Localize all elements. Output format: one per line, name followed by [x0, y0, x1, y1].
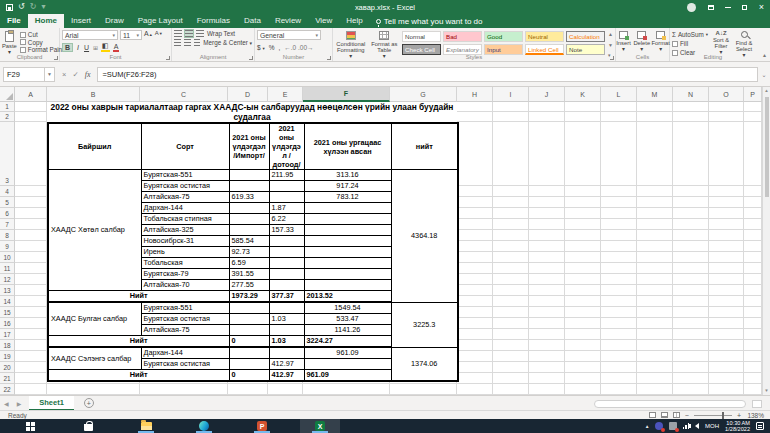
- cell-style-normal[interactable]: Normal: [402, 31, 441, 42]
- horizontal-scrollbar[interactable]: [594, 400, 746, 408]
- variety-cell[interactable]: Бурятская остистая: [141, 314, 229, 325]
- comma-style-button[interactable]: ,: [278, 44, 280, 51]
- notification-badge-icon[interactable]: [669, 422, 677, 430]
- header-location[interactable]: Байршил: [48, 123, 141, 170]
- subtotal-value[interactable]: 1.03: [269, 336, 304, 348]
- taskbar-edge-button[interactable]: [184, 419, 224, 433]
- row-header-16[interactable]: 16: [0, 318, 15, 329]
- tab-page-layout[interactable]: Page Layout: [131, 14, 190, 28]
- harvest-cell[interactable]: 917.24: [304, 181, 391, 192]
- domestic-cell[interactable]: [269, 181, 304, 192]
- scroll-up-icon[interactable]: ▲: [764, 87, 768, 95]
- import-cell[interactable]: [229, 203, 269, 214]
- harvest-cell[interactable]: 1549.54: [304, 302, 391, 314]
- merge-center-button[interactable]: Merge & Center ▾: [203, 39, 252, 46]
- formula-input[interactable]: =SUM(F26:F28): [97, 67, 758, 82]
- keyboard-language[interactable]: MOH: [705, 423, 719, 429]
- name-box[interactable]: F29: [3, 67, 45, 82]
- row-header-15[interactable]: 15: [0, 307, 15, 318]
- taskbar-start-button[interactable]: [10, 419, 50, 433]
- subtotal-value[interactable]: 0: [229, 370, 269, 382]
- expand-formula-bar-icon[interactable]: ⌄: [758, 71, 770, 78]
- column-header-M[interactable]: M: [637, 87, 673, 102]
- underline-button[interactable]: U: [83, 44, 90, 51]
- subtotal-value[interactable]: 1973.29: [229, 291, 269, 303]
- action-center-icon[interactable]: [756, 422, 764, 430]
- domestic-cell[interactable]: [269, 236, 304, 247]
- harvest-cell[interactable]: [304, 203, 391, 214]
- column-header-A[interactable]: A: [15, 87, 47, 102]
- zoom-slider[interactable]: [694, 415, 732, 416]
- tab-help[interactable]: Help: [339, 14, 369, 28]
- fill-color-button[interactable]: ◧: [101, 42, 110, 52]
- variety-cell[interactable]: Алтайская-70: [141, 280, 229, 291]
- row-header-5[interactable]: 5: [0, 197, 15, 208]
- harvest-cell[interactable]: [304, 359, 391, 370]
- tab-insert[interactable]: Insert: [64, 14, 98, 28]
- percent-style-button[interactable]: %: [269, 44, 275, 51]
- undo-icon[interactable]: ↺: [18, 3, 25, 11]
- domestic-cell[interactable]: [269, 302, 304, 314]
- decimal-buttons[interactable]: ←.0 .00→: [284, 44, 313, 51]
- import-cell[interactable]: [229, 314, 269, 325]
- harvest-cell[interactable]: [304, 247, 391, 258]
- harvest-cell[interactable]: [304, 280, 391, 291]
- variety-cell[interactable]: Новосибрск-31: [141, 236, 229, 247]
- delete-cells-button[interactable]: Delete▾: [634, 30, 650, 52]
- import-cell[interactable]: [229, 359, 269, 370]
- taskbar-excel-button[interactable]: X: [300, 419, 340, 433]
- subtotal-label[interactable]: Нийт: [48, 336, 229, 348]
- clipboard-dialog-launcher-icon[interactable]: [54, 56, 58, 60]
- header-variety[interactable]: Сорт: [141, 123, 229, 170]
- variety-cell[interactable]: Бурятская-551: [141, 302, 229, 314]
- domestic-cell[interactable]: 157.33: [269, 225, 304, 236]
- row-header-7[interactable]: 7: [0, 219, 15, 230]
- column-header-P[interactable]: P: [744, 87, 762, 102]
- alignment-dialog-launcher-icon[interactable]: [249, 56, 253, 60]
- paste-button[interactable]: Paste ▾: [2, 30, 17, 55]
- variety-cell[interactable]: Бурятская остистая: [141, 359, 229, 370]
- restore-button[interactable]: [736, 0, 753, 14]
- harvest-cell[interactable]: 1141.26: [304, 325, 391, 336]
- variety-cell[interactable]: Алтайская-75: [141, 192, 229, 203]
- subtotal-value[interactable]: 0: [229, 336, 269, 348]
- row-header-13[interactable]: 13: [0, 285, 15, 296]
- cell-style-calculation[interactable]: Calculation: [566, 31, 605, 42]
- normal-view-icon[interactable]: [649, 412, 656, 418]
- font-color-button[interactable]: A: [113, 43, 120, 52]
- domestic-cell[interactable]: 1.03: [269, 314, 304, 325]
- autosum-button[interactable]: ΣAutoSum▾: [672, 31, 708, 38]
- row-header-2[interactable]: 2: [0, 112, 15, 122]
- scrollbar-split-handle[interactable]: [752, 400, 762, 408]
- harvest-cell[interactable]: [304, 214, 391, 225]
- location-cell[interactable]: ХААДС Хөтөл салбар: [48, 170, 141, 291]
- name-box-dropdown-icon[interactable]: ▼: [45, 67, 55, 82]
- taskbar-powerpoint-button[interactable]: P: [242, 419, 282, 433]
- align-left-icon[interactable]: [174, 39, 181, 46]
- domestic-cell[interactable]: 1.87: [269, 203, 304, 214]
- cancel-icon[interactable]: ×: [62, 70, 66, 79]
- save-icon[interactable]: [6, 4, 13, 11]
- row-header-1[interactable]: 1: [0, 102, 15, 112]
- account-avatar[interactable]: [687, 3, 696, 12]
- tab-view[interactable]: View: [308, 14, 339, 28]
- harvest-cell[interactable]: [304, 258, 391, 269]
- subtotal-value[interactable]: 377.37: [269, 291, 304, 303]
- variety-cell[interactable]: Ирень: [141, 247, 229, 258]
- row-header-17[interactable]: 17: [0, 329, 15, 340]
- harvest-cell[interactable]: [304, 236, 391, 247]
- row-header-18[interactable]: 18: [0, 340, 15, 351]
- domestic-cell[interactable]: 211.95: [269, 170, 304, 181]
- tab-home[interactable]: Home: [28, 14, 64, 28]
- row-header-6[interactable]: 6: [0, 208, 15, 219]
- taskbar-store-button[interactable]: [68, 419, 108, 433]
- import-cell[interactable]: [229, 325, 269, 336]
- select-all-corner[interactable]: [0, 87, 15, 102]
- domestic-cell[interactable]: 412.97: [269, 359, 304, 370]
- number-format-select[interactable]: General▾: [257, 30, 321, 40]
- subtotal-value[interactable]: 3224.27: [304, 336, 391, 348]
- import-cell[interactable]: [229, 302, 269, 314]
- zoom-in-icon[interactable]: +: [737, 412, 741, 419]
- minimize-button[interactable]: [719, 0, 736, 14]
- subtotal-value[interactable]: 412.97: [269, 370, 304, 382]
